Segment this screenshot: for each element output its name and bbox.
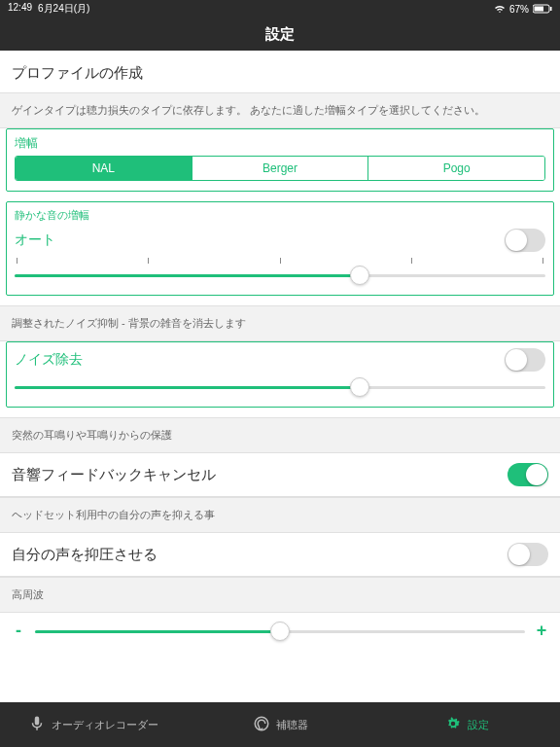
gain-caption: ゲインタイプは聴力損失のタイプに依存します。 あなたに適した増幅タイプを選択して… (0, 92, 560, 128)
ear-icon (253, 715, 270, 734)
gear-icon (444, 715, 462, 734)
tab-hearing-label: 補聴器 (276, 718, 308, 732)
quiet-title: 静かな音の増幅 (7, 202, 553, 223)
mic-icon (28, 715, 46, 734)
content: プロファイルの作成 ゲインタイプは聴力損失のタイプに依存します。 あなたに適した… (0, 51, 560, 702)
hf-plus[interactable]: + (535, 621, 548, 641)
status-bar: 12:49 6月24日(月) 67% (0, 0, 560, 18)
gain-card: 増幅 NAL Berger Pogo (6, 128, 554, 192)
noise-slider[interactable] (15, 377, 545, 397)
gain-title: 増幅 (15, 135, 545, 152)
hf-minus[interactable]: - (12, 621, 25, 641)
quiet-value: オート (15, 231, 55, 249)
noise-title: ノイズ除去 (15, 351, 83, 369)
ownvoice-caption: ヘッドセット利用中の自分の声を抑える事 (0, 497, 560, 533)
quiet-slider[interactable] (15, 266, 545, 285)
feedback-caption: 突然の耳鳴りや耳鳴りからの保護 (0, 417, 560, 453)
tab-settings-label: 設定 (468, 718, 489, 732)
tab-settings[interactable]: 設定 (373, 702, 560, 747)
page-title: 設定 (265, 25, 295, 44)
noise-card: ノイズ除去 (6, 341, 554, 408)
quiet-row: オート (7, 223, 553, 254)
noise-toggle[interactable] (505, 348, 545, 372)
battery-pct: 67% (509, 4, 529, 15)
noise-row: ノイズ除去 (7, 342, 553, 374)
feedback-row: 音響フィードバックキャンセル (0, 453, 560, 496)
tab-recorder-label: オーディオレコーダー (52, 718, 158, 732)
ownvoice-toggle[interactable] (508, 543, 548, 566)
svg-rect-2 (550, 7, 552, 11)
noise-slider-wrap (7, 374, 553, 407)
quiet-card: 静かな音の増幅 オート (6, 201, 554, 296)
quiet-slider-wrap (7, 254, 553, 295)
seg-nal[interactable]: NAL (16, 157, 192, 180)
seg-pogo[interactable]: Pogo (368, 157, 544, 180)
highfreq-caption: 高周波 (0, 577, 560, 613)
nav-bar: 設定 (0, 18, 560, 51)
status-time: 12:49 (8, 2, 32, 16)
wifi-icon (494, 4, 506, 14)
highfreq-slider[interactable] (35, 622, 525, 641)
feedback-toggle[interactable] (508, 463, 548, 486)
ownvoice-row: 自分の声を抑圧させる (0, 533, 560, 576)
profile-header: プロファイルの作成 (0, 51, 560, 92)
tab-bar: オーディオレコーダー 補聴器 設定 (0, 702, 560, 747)
seg-berger[interactable]: Berger (192, 157, 368, 180)
noise-caption: 調整されたノイズ抑制 - 背景の雑音を消去します (0, 305, 560, 341)
quiet-toggle[interactable] (505, 229, 545, 252)
svg-rect-1 (535, 7, 544, 12)
tab-hearing[interactable]: 補聴器 (187, 702, 373, 747)
tab-recorder[interactable]: オーディオレコーダー (0, 702, 187, 747)
battery-icon (533, 4, 552, 14)
status-date: 6月24日(月) (38, 2, 89, 16)
gain-segmented: NAL Berger Pogo (15, 156, 545, 181)
feedback-label: 音響フィードバックキャンセル (12, 466, 216, 484)
ownvoice-label: 自分の声を抑圧させる (12, 546, 158, 564)
highfreq-row: - + (0, 613, 560, 655)
